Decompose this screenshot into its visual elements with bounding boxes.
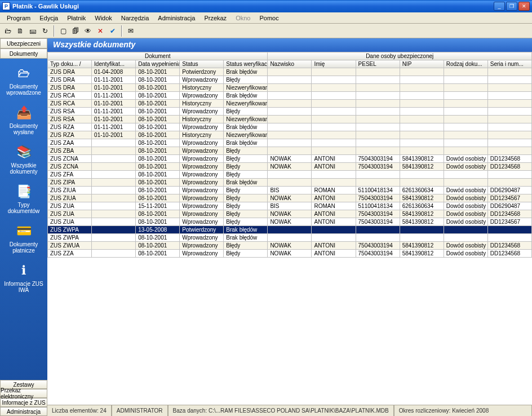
- table-row[interactable]: ZUS ZCNA08-10-2001WprowadzonyBłędyNOWAKA…: [48, 155, 532, 163]
- cell: [400, 234, 444, 242]
- col-header[interactable]: Status weryfikacji: [224, 60, 268, 68]
- cell: Wprowadzony: [180, 218, 224, 226]
- cell: Potwierdzony: [180, 68, 224, 76]
- menu-bar: ProgramEdycjaPłatnikWidokNarzędziaAdmini…: [0, 12, 532, 24]
- cell: 08-10-2001: [136, 84, 180, 92]
- table-row[interactable]: ZUS ZUA15-11-2001WprowadzonyBłędyBISROMA…: [48, 202, 532, 210]
- menu-narzędzia[interactable]: Narzędzia: [118, 14, 153, 23]
- table-row[interactable]: ZUS ZCNA08-10-2001WprowadzonyBłędyNOWAKA…: [48, 163, 532, 171]
- cell: Wprowadzony: [180, 179, 224, 187]
- menu-pomoc[interactable]: Pomoc: [256, 14, 282, 23]
- minimize-button[interactable]: _: [494, 2, 505, 11]
- table-row[interactable]: ZUS ZUA08-10-2001WprowadzonyBłędyNOWAKAN…: [48, 210, 532, 218]
- grid[interactable]: Dokument Dane osoby ubezpieczonej Typ do…: [47, 52, 532, 405]
- table-row[interactable]: ZUS ZAA08-10-2001WprowadzonyBrak błędów: [48, 139, 532, 147]
- close-button[interactable]: ✕: [518, 2, 530, 11]
- col-header[interactable]: Identyfikat...: [92, 60, 136, 68]
- table-row[interactable]: ZUS RCA01-11-200108-10-2001WprowadzonyBr…: [48, 92, 532, 100]
- col-header[interactable]: PESEL: [356, 60, 400, 68]
- sidebar-item-0[interactable]: 🗁Dokumenty wprowadzone: [0, 63, 47, 100]
- menu-przekaz[interactable]: Przekaz: [201, 14, 230, 23]
- tb-drive-icon[interactable]: 🖴: [27, 25, 38, 37]
- table-row[interactable]: ZUS DRA01-04-200808-10-2001PotwierdzonyB…: [48, 68, 532, 76]
- table-row[interactable]: ZUS RSA01-11-200108-10-2001WprowadzonyBł…: [48, 108, 532, 116]
- sidebar-tab-przekaz-elektroniczny[interactable]: Przekaz elektroniczny: [0, 389, 47, 398]
- cell: [356, 123, 400, 131]
- tb-delete-icon[interactable]: ✕: [95, 25, 106, 37]
- col-header[interactable]: Status: [180, 60, 224, 68]
- sidebar-item-4[interactable]: 💳Dokumenty płatnicze: [0, 221, 47, 258]
- menu-płatnik[interactable]: Płatnik: [64, 14, 89, 23]
- col-header[interactable]: Data wypełnienia: [136, 60, 180, 68]
- cell: [487, 76, 531, 84]
- table-row[interactable]: ZUS ZZA08-10-2001WprowadzonyBłędyNOWAKAN…: [48, 250, 532, 258]
- tb-view-icon[interactable]: 👁: [82, 25, 94, 37]
- table-row[interactable]: ZUS DRA01-11-200108-10-2001WprowadzonyBł…: [48, 76, 532, 84]
- tb-edit-icon[interactable]: 🗐: [70, 25, 81, 37]
- tb-send-icon[interactable]: ✉: [125, 25, 136, 37]
- tb-open-icon[interactable]: 🗁: [2, 25, 14, 37]
- col-header[interactable]: Nazwisko: [268, 60, 312, 68]
- table-row[interactable]: ZUS RZA01-11-200108-10-2001WprowadzonyBr…: [48, 123, 532, 131]
- col-header[interactable]: Seria i num...: [487, 60, 531, 68]
- menu-administracja[interactable]: Administracja: [154, 14, 198, 23]
- cell: [312, 234, 356, 242]
- sidebar-item-2[interactable]: 📚Wszystkie dokumenty: [0, 142, 47, 179]
- table-row[interactable]: ZUS ZIPA08-10-2001WprowadzonyBrak błędów: [48, 179, 532, 187]
- table-row[interactable]: ZUS RSA01-10-200108-10-2001HistorycznyNi…: [48, 116, 532, 123]
- page-title: Wszystkie dokumenty: [47, 38, 532, 52]
- cell: 08-10-2001: [136, 171, 180, 179]
- tb-save-icon[interactable]: 🗎: [15, 25, 26, 37]
- cell: [268, 108, 312, 116]
- cell: 08-10-2001: [136, 147, 180, 155]
- table-row[interactable]: ZUS ZWPA13-05-2008PotwierdzonyBrak błędó…: [48, 226, 532, 234]
- tb-check-icon[interactable]: ✔: [107, 25, 118, 37]
- tb-new-icon[interactable]: ▢: [57, 25, 69, 37]
- sidebar-label: Dokumenty wysłane: [1, 123, 46, 135]
- sidebar-icon: ℹ: [15, 262, 33, 280]
- status-period: Okres rozliczeniowy: Kwiecień 2008: [394, 405, 532, 416]
- tb-refresh-icon[interactable]: ↻: [39, 25, 51, 37]
- maximize-button[interactable]: ❐: [506, 2, 517, 11]
- sidebar-tab-administracja[interactable]: Administracja: [0, 407, 47, 416]
- table-row[interactable]: ZUS ZWPA08-10-2001WprowadzonyBrak błędów: [48, 234, 532, 242]
- sidebar-item-1[interactable]: 📤Dokumenty wysłane: [0, 103, 47, 140]
- menu-widok[interactable]: Widok: [91, 14, 116, 23]
- cell: [356, 179, 400, 187]
- cell: [92, 202, 136, 210]
- sidebar-tab-ubezpieczeni[interactable]: Ubezpieczeni: [0, 38, 47, 48]
- cell: [444, 84, 487, 92]
- menu-program[interactable]: Program: [3, 14, 34, 23]
- content-area: Wszystkie dokumenty Dokument Dane osoby …: [47, 38, 532, 416]
- toolbar-separator: [54, 25, 55, 37]
- group-header-document[interactable]: Dokument: [48, 52, 268, 60]
- table-row[interactable]: ZUS ZBA08-10-2001WprowadzonyBłędy: [48, 147, 532, 155]
- table-row[interactable]: ZUS ZWUA08-10-2001WprowadzonyBłędyNOWAKA…: [48, 242, 532, 250]
- cell: Wprowadzony: [180, 92, 224, 100]
- cell: 08-10-2001: [136, 131, 180, 139]
- table-row[interactable]: ZUS RZA01-10-200108-10-2001HistorycznyNi…: [48, 131, 532, 139]
- table-row[interactable]: ZUS ZUA08-10-2001WprowadzonyBłędyNOWAKAN…: [48, 218, 532, 226]
- cell: ZUS ZBA: [48, 147, 92, 155]
- table-row[interactable]: ZUS RCA01-10-200108-10-2001HistorycznyNi…: [48, 100, 532, 108]
- cell: NOWAK: [268, 163, 312, 171]
- col-header[interactable]: Rodzaj doku...: [444, 60, 487, 68]
- sidebar-item-3[interactable]: 📑Typy dokumentów: [0, 182, 47, 219]
- table-row[interactable]: ZUS ZIUA08-10-2001WprowadzonyBłędyNOWAKA…: [48, 194, 532, 202]
- cell: [444, 131, 487, 139]
- col-header[interactable]: NIP: [400, 60, 444, 68]
- col-header[interactable]: Imię: [312, 60, 356, 68]
- status-count: Liczba elementów: 24: [47, 405, 112, 416]
- menu-edycja[interactable]: Edycja: [36, 14, 61, 23]
- col-header[interactable]: Typ doku... /: [48, 60, 92, 68]
- table-row[interactable]: ZUS ZIUA08-10-2001WprowadzonyBłędyBISROM…: [48, 187, 532, 194]
- group-header-insured[interactable]: Dane osoby ubezpieczonej: [268, 52, 532, 60]
- cell: Błędy: [224, 171, 268, 179]
- table-row[interactable]: ZUS DRA01-10-200108-10-2001HistorycznyNi…: [48, 84, 532, 92]
- sidebar-tab-informacje-z-zus[interactable]: Informacje z ZUS: [0, 398, 47, 407]
- table-row[interactable]: ZUS ZFA08-10-2001WprowadzonyBłędy: [48, 171, 532, 179]
- cell: ANTONI: [312, 218, 356, 226]
- cell: 01-04-2008: [92, 68, 136, 76]
- sidebar-item-5[interactable]: ℹInformacje ZUS IWA: [0, 260, 47, 298]
- sidebar-tab-dokumenty[interactable]: Dokumenty: [0, 48, 47, 59]
